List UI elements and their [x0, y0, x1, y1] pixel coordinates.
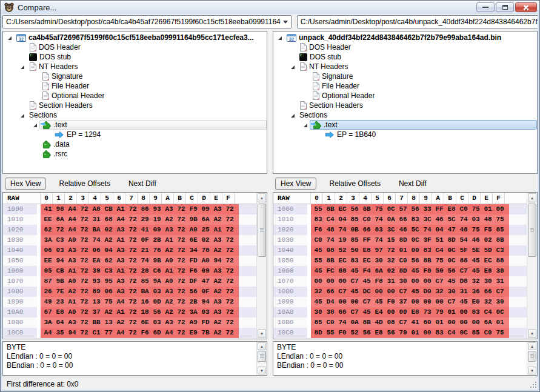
hex-byte-cell[interactable]: 72	[78, 307, 90, 317]
hex-byte-cell[interactable]: C7	[336, 287, 348, 297]
hex-byte-cell[interactable]: 54	[458, 235, 470, 245]
hex-byte-cell[interactable]: F0	[385, 297, 397, 307]
hex-byte-cell[interactable]: 48	[324, 225, 336, 235]
hex-byte-cell[interactable]: A2	[163, 297, 175, 307]
hex-byte-cell[interactable]: 01	[409, 328, 421, 338]
hex-byte-cell[interactable]: A3	[163, 204, 175, 214]
hex-byte-cell[interactable]: C3	[54, 235, 66, 245]
hex-byte-cell[interactable]: A1	[212, 225, 224, 235]
hex-byte-cell[interactable]: EE	[42, 214, 54, 225]
hex-byte-cell[interactable]: 3C	[421, 214, 433, 225]
hex-byte-cell[interactable]: A3	[115, 256, 127, 266]
tab-next-diff[interactable]: Next Diff	[393, 178, 432, 190]
hex-byte-cell[interactable]: 0C	[458, 328, 470, 338]
hex-byte-cell[interactable]: 72	[224, 204, 236, 214]
expand-caret-icon[interactable]	[290, 61, 295, 72]
hex-byte-cell[interactable]: 55	[312, 204, 324, 214]
hex-byte-cell[interactable]: FF	[361, 235, 373, 245]
hex-byte-cell[interactable]: 03	[199, 307, 212, 317]
hex-byte-cell[interactable]: 00	[458, 317, 470, 328]
hex-byte-cell[interactable]: 2B	[187, 297, 199, 307]
hex-byte-cell[interactable]: 74	[336, 225, 348, 235]
hex-byte-cell[interactable]: C7	[361, 297, 373, 307]
hex-byte-cell[interactable]: C7	[494, 287, 506, 297]
hex-byte-cell[interactable]: 00	[433, 297, 445, 307]
close-button[interactable]	[515, 2, 537, 12]
hex-byte-cell[interactable]: DF	[187, 276, 199, 287]
hex-byte-cell[interactable]: 83	[470, 307, 482, 317]
hex-byte-cell[interactable]: 56	[361, 328, 373, 338]
hex-byte-cell[interactable]: 72	[78, 225, 90, 235]
hex-byte-cell[interactable]: A0	[66, 307, 78, 317]
expand-caret-icon[interactable]	[290, 110, 295, 121]
hex-byte-cell[interactable]: 83	[312, 214, 324, 225]
hex-byte-cell[interactable]: 3A	[42, 235, 54, 245]
hex-byte-cell[interactable]: 72	[78, 245, 90, 256]
hex-byte-cell[interactable]: 8D	[445, 235, 458, 245]
hex-byte-cell[interactable]: 66	[361, 225, 373, 235]
hex-byte-cell[interactable]: 45	[445, 276, 458, 287]
tree-item-hit-section-headers[interactable]: Section Headers	[27, 101, 267, 110]
hex-byte-cell[interactable]: 94	[66, 328, 78, 338]
hex-byte-cell[interactable]: 97	[373, 245, 385, 256]
hex-byte-cell[interactable]: A2	[163, 307, 175, 317]
hex-byte-cell[interactable]: 72	[175, 287, 187, 297]
hex-byte-cell[interactable]: 01	[482, 204, 494, 214]
hex-byte-cell[interactable]: 5F	[458, 245, 470, 256]
title-bar[interactable]: Compare...	[1, 1, 539, 14]
hex-byte-cell[interactable]: 45	[409, 266, 421, 276]
hex-byte-cell[interactable]: E8	[482, 266, 494, 276]
hex-byte-cell[interactable]: C4	[433, 245, 445, 256]
hex-byte-cell[interactable]: A3	[66, 256, 78, 266]
tree-item-hit-nt-headers[interactable]: NT Headers	[297, 62, 537, 71]
hex-byte-cell[interactable]: 72	[54, 225, 66, 235]
hex-byte-cell[interactable]: 8B	[324, 256, 336, 266]
hex-byte-cell[interactable]: 23	[54, 297, 66, 307]
hex-byte-cell[interactable]: 30	[373, 256, 385, 266]
hex-byte-cell[interactable]: A0	[199, 256, 212, 266]
hex-byte-cell[interactable]: 00	[385, 307, 397, 317]
hex-byte-cell[interactable]: 5E	[470, 245, 482, 256]
hex-byte-cell[interactable]: 75	[470, 204, 482, 214]
hex-byte-cell[interactable]: 72	[127, 266, 139, 276]
hex-byte-cell[interactable]: 4D	[373, 317, 385, 328]
hex-byte-cell[interactable]: A1	[115, 235, 127, 245]
hex-byte-cell[interactable]: 0C	[494, 307, 506, 317]
hex-byte-cell[interactable]: DC	[361, 287, 373, 297]
hex-byte-cell[interactable]: 88	[458, 256, 470, 266]
expand-caret-icon[interactable]	[20, 61, 25, 72]
hex-byte-cell[interactable]: A3	[163, 287, 175, 297]
hex-byte-cell[interactable]: 04	[102, 245, 115, 256]
hex-byte-cell[interactable]: C7	[348, 276, 361, 287]
hex-byte-cell[interactable]: 21	[139, 245, 151, 256]
maximize-button[interactable]	[496, 2, 514, 12]
hex-byte-cell[interactable]: 72	[175, 245, 187, 256]
hex-byte-cell[interactable]: C7	[445, 297, 458, 307]
hex-byte-cell[interactable]: 45	[409, 287, 421, 297]
hex-byte-cell[interactable]: 5C	[409, 225, 421, 235]
hex-byte-cell[interactable]: C0	[361, 214, 373, 225]
hex-byte-cell[interactable]: A2	[212, 317, 224, 328]
hex-byte-cell[interactable]: A3	[66, 245, 78, 256]
hex-byte-cell[interactable]: 85	[312, 317, 324, 328]
hex-byte-cell[interactable]: 0C	[409, 235, 421, 245]
hex-byte-cell[interactable]: 89	[90, 287, 102, 297]
hex-byte-cell[interactable]: 72	[127, 204, 139, 214]
hex-byte-cell[interactable]: 75	[494, 214, 506, 225]
tab-relative-offsets[interactable]: Relative Offsets	[53, 178, 115, 190]
hex-byte-cell[interactable]: A1	[115, 307, 127, 317]
hex-byte-cell[interactable]: 74	[336, 317, 348, 328]
hex-byte-cell[interactable]: 0B	[348, 225, 361, 235]
hex-byte-cell[interactable]: 00	[421, 276, 433, 287]
hex-byte-cell[interactable]: 45	[312, 245, 324, 256]
scroll-up-button[interactable]: ▲	[528, 342, 536, 350]
hex-byte-cell[interactable]: 67	[42, 307, 54, 317]
hex-byte-cell[interactable]: 73	[421, 307, 433, 317]
hex-byte-cell[interactable]: 6E	[187, 235, 199, 245]
hex-byte-cell[interactable]: 00	[397, 307, 409, 317]
hex-byte-cell[interactable]: EA	[90, 256, 102, 266]
hex-byte-cell[interactable]: F0	[336, 328, 348, 338]
tree-item-hit-dos-stub[interactable]: C:DOS stub	[297, 52, 537, 62]
hex-byte-cell[interactable]: 30	[312, 307, 324, 317]
hex-byte-cell[interactable]: A0	[163, 256, 175, 266]
